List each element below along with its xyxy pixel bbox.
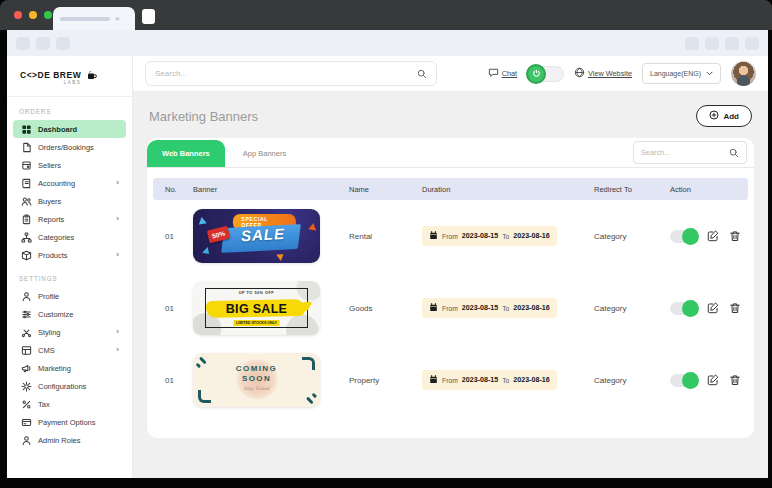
table-row: 01 COMING SOON Stay Tuned Property From … (153, 344, 748, 416)
styling-icon (20, 326, 32, 338)
col-name: Name (349, 185, 422, 194)
sidebar-item-label: Configurations (38, 382, 86, 391)
section-label-orders: ORDERS (7, 97, 132, 120)
plus-circle-icon (709, 110, 719, 122)
gear-icon (20, 380, 32, 392)
sidebar-item-sellers[interactable]: Sellers (13, 156, 126, 174)
add-button[interactable]: Add (696, 105, 752, 127)
tab-title-placeholder (60, 17, 110, 21)
extension-button-placeholder[interactable] (745, 37, 759, 50)
megaphone-icon (20, 362, 32, 374)
sidebar-item-products[interactable]: Products› (13, 246, 126, 264)
logo-text: C<>DE BREW (20, 70, 81, 80)
logo-subtext: LABS (20, 81, 81, 86)
duration-chip: From 2023-08-15 To 2023-08-16 (422, 370, 557, 390)
grid-icon (20, 123, 32, 135)
browser-titlebar: × (0, 0, 772, 30)
close-window-button[interactable] (14, 11, 22, 19)
global-search-input[interactable] (155, 69, 411, 78)
banners-card: Web Banners App Banners No. Bann (147, 138, 754, 438)
banner-enabled-toggle[interactable] (670, 230, 697, 243)
chevron-right-icon: › (116, 346, 119, 354)
sidebar-item-label: Marketing (38, 364, 71, 373)
section-label-settings: SETTINGS (7, 264, 132, 287)
duration-chip: From 2023-08-15 To 2023-08-16 (422, 226, 557, 246)
delete-icon[interactable] (729, 374, 741, 386)
col-redirect-to: Redirect To (594, 185, 670, 194)
table-search[interactable] (633, 141, 747, 164)
browser-viewport: C<>DE BREW LABS ORDERSDashboardOrders/Bo… (7, 30, 768, 478)
language-selector[interactable]: Language(ENG) (642, 63, 721, 84)
store-status-toggle[interactable] (527, 66, 564, 82)
sidebar-item-label: CMS (38, 346, 55, 355)
maximize-window-button[interactable] (44, 11, 52, 19)
extension-button-placeholder[interactable] (705, 37, 719, 50)
store-icon (20, 159, 32, 171)
sidebar-item-label: Sellers (38, 161, 61, 170)
user-icon (20, 290, 32, 302)
col-duration: Duration (422, 185, 594, 194)
calendar-icon (429, 375, 438, 385)
row-number: 01 (159, 232, 193, 241)
sidebar-item-marketing[interactable]: Marketing (13, 359, 126, 377)
sidebar-item-dashboard[interactable]: Dashboard (13, 120, 126, 138)
extension-button-placeholder[interactable] (685, 37, 699, 50)
sidebar: C<>DE BREW LABS ORDERSDashboardOrders/Bo… (7, 56, 133, 478)
sidebar-item-payment-options[interactable]: Payment Options (13, 413, 126, 431)
edit-icon[interactable] (707, 374, 719, 386)
sidebar-item-buyers[interactable]: Buyers (13, 192, 126, 210)
global-search[interactable] (145, 61, 437, 86)
nav-button-placeholder[interactable] (56, 37, 70, 50)
sidebar-item-label: Tax (38, 400, 50, 409)
sidebar-item-label: Payment Options (38, 418, 96, 427)
browser-tab[interactable]: × (53, 7, 135, 30)
percent-icon (20, 398, 32, 410)
chevron-down-icon (706, 70, 713, 77)
sidebar-item-tax[interactable]: Tax (13, 395, 126, 413)
sidebar-item-label: Orders/Bookings (38, 143, 94, 152)
new-tab-button[interactable] (142, 9, 155, 24)
edit-icon[interactable] (707, 230, 719, 242)
tab-close-icon[interactable]: × (115, 15, 120, 23)
nav-button-placeholder[interactable] (16, 37, 30, 50)
delete-icon[interactable] (729, 230, 741, 242)
sidebar-item-customize[interactable]: Customize (13, 305, 126, 323)
search-icon (417, 65, 427, 83)
tab-app-banners[interactable]: App Banners (225, 140, 304, 167)
sidebar-item-label: Reports (38, 215, 64, 224)
sidebar-item-reports[interactable]: Reports› (13, 210, 126, 228)
sidebar-item-label: Categories (38, 233, 74, 242)
sidebar-item-admin-roles[interactable]: Admin Roles (13, 431, 126, 449)
sidebar-item-profile[interactable]: Profile (13, 287, 126, 305)
sidebar-item-categories[interactable]: Categories (13, 228, 126, 246)
banner-enabled-toggle[interactable] (670, 302, 697, 315)
box-icon (20, 249, 32, 261)
report-icon (20, 213, 32, 225)
extension-button-placeholder[interactable] (725, 37, 739, 50)
sidebar-item-label: Styling (38, 328, 61, 337)
view-website-link[interactable]: View Website (574, 67, 632, 80)
sidebar-item-orders-bookings[interactable]: Orders/Bookings (13, 138, 126, 156)
big-sale-banner: UP TO 50% OFF BIG SALE LIMITED STOCKS ON… (193, 281, 320, 335)
nav-button-placeholder[interactable] (36, 37, 50, 50)
coffee-cup-icon (85, 69, 98, 87)
tab-web-banners[interactable]: Web Banners (147, 140, 225, 167)
sidebar-item-cms[interactable]: CMS› (13, 341, 126, 359)
minimize-window-button[interactable] (29, 11, 37, 19)
sidebar-item-configurations[interactable]: Configurations (13, 377, 126, 395)
page-content: Marketing Banners Add Web Banners App Ba… (133, 92, 768, 478)
main-area: Chat View Website (133, 56, 768, 478)
table-search-input[interactable] (641, 148, 725, 157)
user-avatar[interactable] (731, 61, 756, 86)
file-icon (20, 141, 32, 153)
power-icon (526, 64, 546, 84)
sidebar-item-accounting[interactable]: Accounting› (13, 174, 126, 192)
chat-link[interactable]: Chat (488, 67, 517, 80)
globe-icon (574, 67, 585, 80)
delete-icon[interactable] (729, 302, 741, 314)
page-title: Marketing Banners (149, 109, 258, 124)
banner-name: Goods (349, 304, 422, 313)
edit-icon[interactable] (707, 302, 719, 314)
banner-enabled-toggle[interactable] (670, 374, 697, 387)
sidebar-item-styling[interactable]: Styling› (13, 323, 126, 341)
